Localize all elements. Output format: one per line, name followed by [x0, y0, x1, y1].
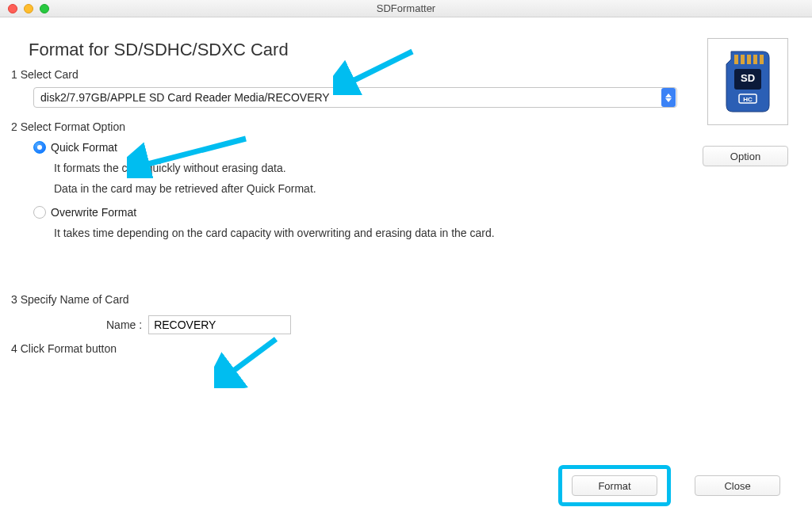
titlebar: SDFormatter	[0, 0, 812, 17]
step-3-label: 3 Specify Name of Card	[11, 293, 788, 306]
overwrite-format-row[interactable]: Overwrite Format	[33, 206, 788, 219]
svg-rect-6	[760, 55, 764, 64]
page-heading: Format for SD/SDHC/SDXC Card	[29, 40, 788, 60]
step-1-label: 1 Select Card	[11, 68, 788, 81]
format-button-highlight: Format	[558, 465, 671, 506]
svg-text:SD: SD	[741, 72, 755, 84]
overwrite-format-radio[interactable]	[33, 206, 46, 219]
quick-format-desc-1: It formats the card quickly without eras…	[54, 162, 788, 174]
quick-format-desc-2: Data in the card may be retrieved after …	[54, 182, 788, 195]
quick-format-label: Quick Format	[51, 141, 117, 154]
card-select-value: disk2/7.97GB/APPLE SD Card Reader Media/…	[40, 91, 330, 104]
dropdown-arrows-icon	[661, 88, 676, 107]
name-input[interactable]	[148, 315, 291, 334]
name-label: Name :	[106, 318, 142, 331]
step-2-label: 2 Select Format Option	[11, 120, 788, 133]
option-button[interactable]: Option	[703, 146, 788, 166]
svg-rect-3	[741, 55, 745, 64]
overwrite-format-label: Overwrite Format	[51, 206, 136, 219]
format-button[interactable]: Format	[572, 475, 657, 496]
svg-marker-1	[665, 98, 672, 102]
svg-rect-2	[734, 55, 738, 64]
overwrite-format-desc: It takes time depending on the card capa…	[54, 227, 788, 239]
sd-card-logo: SD HC	[707, 38, 788, 125]
svg-rect-5	[753, 55, 757, 64]
card-select[interactable]: disk2/7.97GB/APPLE SD Card Reader Media/…	[33, 87, 677, 108]
window-title: SDFormatter	[0, 2, 812, 14]
svg-rect-4	[747, 55, 751, 64]
close-button[interactable]: Close	[695, 475, 780, 496]
quick-format-row[interactable]: Quick Format	[33, 141, 788, 154]
quick-format-radio[interactable]	[33, 141, 46, 154]
svg-marker-0	[665, 93, 672, 97]
step-4-label: 4 Click Format button	[11, 342, 788, 355]
svg-text:HC: HC	[743, 96, 753, 103]
